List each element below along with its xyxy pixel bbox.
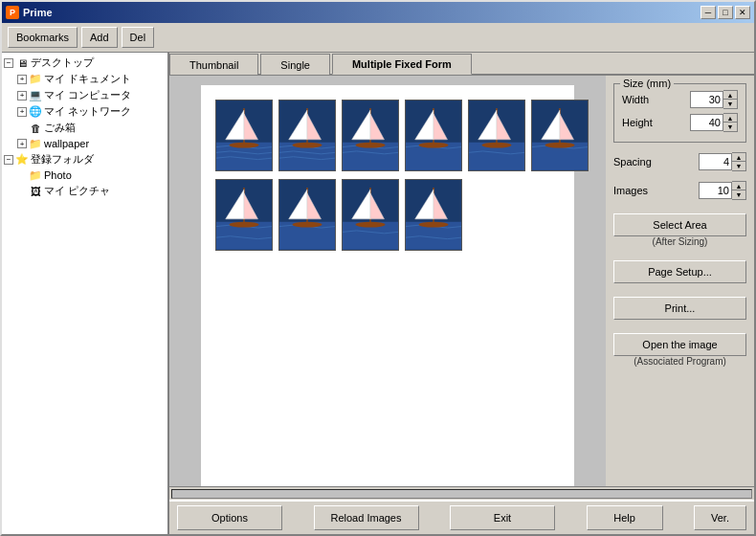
picture-icon: 🖼 [29,185,42,198]
select-area-button[interactable]: Select Area [613,213,746,236]
height-spinner-btns: ▲ ▼ [723,113,738,132]
trash-label: ごみ箱 [44,121,76,135]
images-row: Images ▲ ▼ [613,181,746,200]
svg-point-29 [482,143,512,148]
svg-point-41 [230,222,259,228]
height-up-btn[interactable]: ▲ [723,114,737,123]
svg-point-59 [419,222,449,228]
width-down-btn[interactable]: ▼ [723,100,737,108]
svg-point-47 [293,222,322,228]
desktop-label: デスクトップ [31,56,94,70]
height-input[interactable] [690,114,723,131]
expand-icon[interactable]: − [4,155,13,165]
thumb-7 [215,179,273,251]
minimize-button[interactable]: ─ [700,6,716,19]
del-button[interactable]: Del [122,27,155,48]
expand-icon[interactable]: − [4,58,13,68]
spacing-spinner-btns: ▲ ▼ [732,152,746,171]
height-label: Height [622,117,653,128]
title-bar: P Prime ─ □ ✕ [2,2,754,23]
sidebar-item-trash[interactable]: 🗑 ごみ箱 [4,120,166,136]
network-icon: 🌐 [29,105,42,119]
sidebar-item-mypictures[interactable]: 🖼 マイ ピクチャ [4,183,166,199]
spacing-label: Spacing [613,156,652,168]
scrollbar-track[interactable] [171,489,752,499]
bottom-toolbar: Options Reload Images Exit Help Ver. [169,500,754,534]
sidebar-item-photo[interactable]: 📁 Photo [4,168,166,183]
window-controls: ─ □ ✕ [700,6,750,19]
tab-bar: Thumbnail Single Multiple Fixed Form [169,53,754,76]
sidebar-item-favorites[interactable]: − ⭐ 登録フォルダ [4,151,166,168]
thumb-5 [468,100,525,171]
close-button[interactable]: ✕ [735,6,750,19]
options-button[interactable]: Options [177,505,282,530]
thumb-10 [405,179,462,251]
controls-panel: Size (mm) Width ▲ ▼ [606,76,754,486]
right-panel: Thumbnail Single Multiple Fixed Form [169,53,754,534]
images-spinner: ▲ ▼ [699,181,746,200]
desktop-icon: 🖥 [15,56,29,70]
images-down-btn[interactable]: ▼ [732,190,745,199]
image-row-1 [215,100,560,171]
svg-point-35 [545,143,575,148]
thumb-3 [342,100,399,171]
svg-point-11 [293,143,322,148]
thumb-4 [405,100,462,171]
tab-multiple[interactable]: Multiple Fixed Form [332,54,472,75]
expand-icon[interactable]: + [17,139,27,148]
folder-icon: 📁 [29,73,42,86]
expand-icon[interactable]: + [17,91,27,100]
svg-point-23 [419,143,449,148]
expand-icon[interactable]: + [17,75,27,84]
print-button[interactable]: Print... [613,297,746,320]
page-setup-button[interactable]: Page Setup... [613,260,746,283]
exit-button[interactable]: Exit [450,505,555,530]
reload-button[interactable]: Reload Images [314,505,419,530]
add-button[interactable]: Add [81,27,118,48]
maximize-button[interactable]: □ [718,6,733,19]
help-button[interactable]: Help [587,505,663,530]
open-image-note: (Associated Program) [613,356,746,367]
width-spinner-btns: ▲ ▼ [723,90,738,109]
images-label: Images [613,185,648,196]
select-area-note: (After Sizing) [613,236,746,247]
favorites-label: 登録フォルダ [31,152,94,167]
images-up-btn[interactable]: ▲ [732,182,745,190]
preview-pane [169,76,606,486]
svg-point-5 [230,143,259,148]
width-input[interactable] [690,91,723,108]
folder-icon: 📁 [29,137,42,150]
spacing-down-btn[interactable]: ▼ [732,162,745,170]
thumb-2 [278,100,336,171]
images-input[interactable] [699,182,732,199]
spacing-input[interactable] [699,153,732,170]
size-label: Size (mm) [620,78,674,89]
ver-button[interactable]: Ver. [694,505,746,530]
spacing-up-btn[interactable]: ▲ [732,153,745,162]
sidebar-item-mycomputer[interactable]: + 💻 マイ コンピュータ [4,87,166,103]
tab-single[interactable]: Single [260,54,330,75]
sidebar-item-wallpaper[interactable]: + 📁 wallpaper [4,136,166,151]
content-area: Size (mm) Width ▲ ▼ [169,76,754,486]
thumb-9 [342,179,399,251]
height-down-btn[interactable]: ▼ [723,123,737,131]
spacing-row: Spacing ▲ ▼ [613,152,746,171]
thumb-1 [215,100,273,171]
size-group: Size (mm) Width ▲ ▼ [613,83,746,143]
sidebar-item-mydocs[interactable]: + 📁 マイ ドキュメント [4,71,166,87]
main-content: Bookmarks Add Del − 🖥 デスクトップ + 📁 マイ ドキュメ… [2,23,754,534]
sidebar-item-mynetwork[interactable]: + 🌐 マイ ネットワーク [4,103,166,120]
open-image-button[interactable]: Open the image [613,333,746,356]
width-up-btn[interactable]: ▲ [723,91,737,100]
svg-point-17 [356,143,386,148]
sidebar-item-desktop[interactable]: − 🖥 デスクトップ [4,55,166,71]
expand-icon[interactable]: + [17,107,27,117]
width-label: Width [622,94,649,105]
tab-thumbnail[interactable]: Thumbnail [169,54,258,75]
preview-paper [201,85,574,486]
body-area: − 🖥 デスクトップ + 📁 マイ ドキュメント + 💻 マイ コンピュータ [2,52,754,534]
bookmarks-button[interactable]: Bookmarks [8,27,78,48]
mycomputer-label: マイ コンピュータ [44,88,131,102]
title-bar-left: P Prime [6,6,53,19]
scrollbar-area [169,486,754,500]
